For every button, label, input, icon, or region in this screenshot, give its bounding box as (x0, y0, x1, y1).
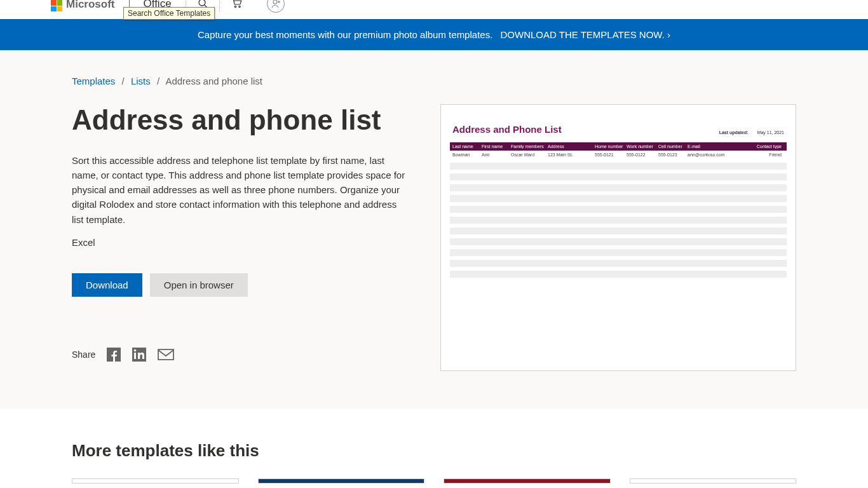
related-template-2[interactable] (258, 478, 425, 484)
share-label: Share (72, 349, 95, 360)
svg-point-2 (234, 6, 236, 7)
chevron-right-icon: / (122, 76, 125, 86)
preview-empty-row (450, 206, 787, 213)
banner-text: Capture your best moments with our premi… (198, 29, 492, 40)
preview-empty-row (450, 163, 787, 170)
svg-point-3 (238, 6, 240, 7)
search-tooltip: Search Office Templates (123, 7, 215, 20)
preview-table-header: Last name First name Family members Addr… (450, 142, 787, 151)
preview-empty-row (450, 271, 787, 278)
page-title: Address and phone list (72, 104, 409, 137)
mail-icon (158, 348, 174, 361)
preview-last-updated: Last updated:May 11, 2021 (719, 130, 784, 135)
facebook-icon (107, 348, 121, 362)
svg-rect-9 (134, 353, 136, 359)
more-templates-heading: More templates like this (65, 441, 803, 461)
app-label: Excel (72, 237, 409, 248)
svg-point-10 (134, 349, 137, 352)
share-email[interactable] (158, 348, 174, 361)
person-add-icon (270, 0, 281, 10)
preview-table-row: Bowman Ann Oscar Ward 123 Main St. 555-0… (450, 151, 787, 159)
linkedin-icon (132, 348, 146, 362)
promo-banner: Capture your best moments with our premi… (0, 19, 868, 50)
signin-button[interactable] (267, 0, 285, 13)
preview-empty-row (450, 217, 787, 224)
related-template-1[interactable] (72, 478, 239, 484)
breadcrumb-lists[interactable]: Lists (131, 76, 151, 86)
microsoft-wordmark: Microsoft (66, 0, 115, 11)
related-template-4[interactable] (630, 478, 797, 484)
preview-empty-row (450, 195, 787, 202)
template-preview: Address and Phone List Last updated:May … (440, 104, 796, 371)
preview-empty-row (450, 173, 787, 180)
svg-point-4 (273, 0, 277, 4)
preview-empty-row (450, 184, 787, 191)
divider (219, 0, 220, 11)
breadcrumb-current: Address and phone list (165, 76, 262, 86)
preview-empty-row (450, 227, 787, 234)
open-in-browser-button[interactable]: Open in browser (150, 273, 248, 297)
share-linkedin[interactable] (132, 348, 146, 362)
microsoft-logo[interactable]: Microsoft (51, 0, 115, 11)
chevron-right-icon: / (157, 76, 159, 86)
microsoft-squares-icon (51, 0, 62, 11)
related-template-3[interactable] (444, 478, 611, 484)
cart-icon (231, 0, 243, 8)
preview-empty-row (450, 238, 787, 245)
breadcrumb-templates[interactable]: Templates (72, 76, 115, 86)
cart-button[interactable] (225, 0, 249, 8)
breadcrumb: Templates / Lists / Address and phone li… (72, 76, 796, 86)
svg-rect-11 (158, 349, 173, 360)
template-description: Sort this accessible address and telepho… (72, 153, 409, 227)
preview-empty-row (450, 260, 787, 267)
banner-cta-link[interactable]: DOWNLOAD THE TEMPLATES NOW. › (501, 29, 671, 40)
preview-title: Address and Phone List (452, 124, 562, 135)
svg-point-0 (199, 0, 205, 6)
preview-empty-row (450, 249, 787, 256)
share-facebook[interactable] (107, 348, 121, 362)
download-button[interactable]: Download (72, 273, 142, 297)
